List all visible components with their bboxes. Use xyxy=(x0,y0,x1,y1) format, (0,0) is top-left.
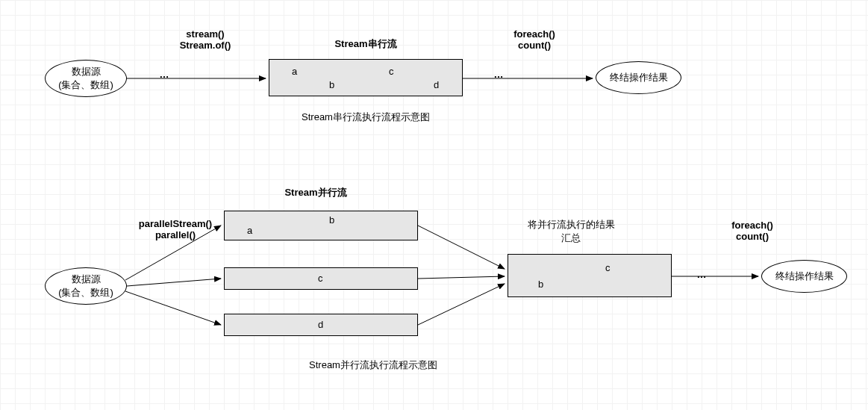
parallel-datasource-l1: 数据源 xyxy=(72,273,101,286)
parallel-merge-label: 将并行流执行的结果 汇总 xyxy=(508,218,634,245)
parallel-result-text: 终结操作结果 xyxy=(775,270,834,283)
parallel-datasource-node: 数据源 (集合、数组) xyxy=(45,267,127,305)
svg-line-3 xyxy=(127,279,221,286)
serial-methods-l1: stream() xyxy=(160,28,250,40)
serial-tok-b: b xyxy=(329,79,334,90)
parallel-tok-b: b xyxy=(329,214,334,226)
serial-title: Stream串行流 xyxy=(321,37,410,51)
parallel-merge-tok-b: b xyxy=(538,279,543,290)
serial-dots-2: … xyxy=(491,69,506,80)
serial-methods-label: stream() Stream.of() xyxy=(160,28,250,51)
parallel-tok-c: c xyxy=(318,273,323,284)
parallel-terminal-label: foreach() count() xyxy=(715,220,790,242)
parallel-merge-l1: 将并行流执行的结果 xyxy=(508,218,634,232)
parallel-methods-label: parallelStream() parallel() xyxy=(119,218,231,240)
parallel-tok-a: a xyxy=(247,225,252,236)
serial-terminal-l1: foreach() xyxy=(497,28,572,40)
svg-line-4 xyxy=(125,291,221,325)
parallel-datasource-l2: (集合、数组) xyxy=(58,286,113,299)
serial-tok-c: c xyxy=(389,66,394,77)
serial-datasource-l1: 数据源 xyxy=(72,65,101,78)
parallel-result-node: 终结操作结果 xyxy=(761,260,847,293)
parallel-merge-l2: 汇总 xyxy=(508,232,634,245)
serial-stream-box: a b c d xyxy=(269,59,463,96)
svg-line-7 xyxy=(418,284,505,325)
parallel-box-2: c xyxy=(224,267,418,290)
parallel-merge-box: b c xyxy=(508,254,672,297)
serial-datasource-l2: (集合、数组) xyxy=(58,78,113,92)
parallel-tok-d: d xyxy=(318,319,323,330)
parallel-caption: Stream并行流执行流程示意图 xyxy=(291,358,455,372)
serial-tok-d: d xyxy=(434,79,439,90)
svg-line-5 xyxy=(418,226,505,269)
serial-result-text: 终结操作结果 xyxy=(610,71,668,84)
parallel-terminal-l2: count() xyxy=(715,231,790,242)
serial-terminal-label: foreach() count() xyxy=(497,28,572,51)
parallel-box-1: a b xyxy=(224,211,418,240)
serial-tok-a: a xyxy=(292,66,297,77)
parallel-terminal-l1: foreach() xyxy=(715,220,790,231)
serial-caption: Stream串行流执行流程示意图 xyxy=(284,111,448,124)
serial-methods-l2: Stream.of() xyxy=(160,40,250,51)
parallel-title: Stream并行流 xyxy=(271,186,360,199)
serial-result-node: 终结操作结果 xyxy=(596,61,681,94)
parallel-merge-tok-c: c xyxy=(605,262,611,273)
parallel-methods-l1: parallelStream() xyxy=(119,218,231,229)
parallel-box-3: d xyxy=(224,314,418,336)
parallel-dots: … xyxy=(694,269,709,280)
parallel-methods-l2: parallel() xyxy=(119,229,231,240)
serial-dots-1: … xyxy=(157,69,172,80)
serial-terminal-l2: count() xyxy=(497,40,572,51)
serial-datasource-node: 数据源 (集合、数组) xyxy=(45,60,127,97)
svg-line-6 xyxy=(418,276,505,279)
